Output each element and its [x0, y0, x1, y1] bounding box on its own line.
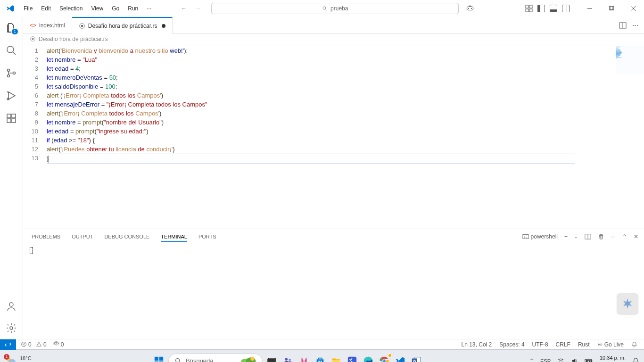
panel-tab-problems[interactable]: PROBLEMS: [32, 232, 60, 241]
svg-point-41: [599, 344, 601, 345]
edge-icon[interactable]: [362, 354, 375, 362]
tray-volume-icon[interactable]: [571, 357, 578, 362]
todoist-icon[interactable]: [346, 354, 359, 362]
layout-customize-icon[interactable]: [525, 5, 533, 12]
source-control-icon[interactable]: [5, 67, 17, 79]
toggle-panel-icon[interactable]: [550, 5, 557, 12]
panel-tab-ports[interactable]: PORTS: [198, 232, 216, 241]
split-terminal-icon[interactable]: [585, 233, 591, 240]
svg-rect-11: [610, 6, 614, 10]
breadcrumb[interactable]: Desafio hora de prácticar.rs: [23, 34, 644, 44]
rust-file-icon: [79, 23, 85, 29]
teams-icon[interactable]: [281, 354, 295, 362]
panel-tab-debug-console[interactable]: DEBUG CONSOLE: [104, 232, 149, 241]
weather-temp: 18°C: [20, 355, 46, 361]
tray-battery-icon[interactable]: [585, 358, 593, 362]
toggle-sidebar-left-icon[interactable]: [537, 5, 545, 12]
tray-chevron-icon[interactable]: ⌃: [529, 358, 534, 362]
bottom-panel: PROBLEMS OUTPUT DEBUG CONSOLE TERMINAL P…: [23, 229, 644, 339]
status-problems[interactable]: 0 0: [21, 341, 47, 348]
svg-rect-23: [12, 114, 16, 118]
menu-edit[interactable]: Edit: [37, 3, 55, 14]
status-spaces[interactable]: Spaces: 4: [499, 341, 524, 348]
word-icon[interactable]: W: [410, 354, 423, 362]
svg-point-19: [7, 98, 9, 100]
status-notifications-icon[interactable]: [631, 341, 637, 347]
menu-run[interactable]: Run: [124, 3, 142, 14]
svg-rect-20: [7, 114, 11, 118]
tray-notifications-icon[interactable]: [632, 357, 639, 362]
task-view-icon[interactable]: [265, 354, 279, 362]
settings-gear-icon[interactable]: [5, 322, 17, 334]
command-center-search[interactable]: prueba: [211, 3, 459, 14]
code-content[interactable]: alert('Bienvenida y bienvenido a nuestro…: [47, 44, 644, 229]
new-terminal-icon[interactable]: +: [564, 233, 568, 240]
terminal[interactable]: [23, 244, 644, 339]
search-text: prueba: [330, 5, 348, 12]
svg-point-52: [250, 356, 255, 361]
toggle-sidebar-right-icon[interactable]: [562, 5, 570, 12]
tray-clock[interactable]: 10:34 p. m. 1/02/2025: [600, 355, 626, 362]
extensions-icon[interactable]: [5, 112, 17, 124]
kill-terminal-icon[interactable]: [598, 233, 604, 240]
menu-more-icon[interactable]: ···: [143, 3, 155, 14]
status-language[interactable]: Rust: [578, 341, 590, 348]
menu-view[interactable]: View: [87, 3, 107, 14]
panel-tab-terminal[interactable]: TERMINAL: [161, 232, 187, 242]
window-minimize-icon[interactable]: [579, 0, 601, 17]
taskbar-search-placeholder: Búsqueda: [186, 357, 214, 362]
svg-point-17: [8, 75, 10, 77]
window-close-icon[interactable]: [622, 0, 644, 17]
svg-line-15: [13, 52, 16, 55]
copilot-icon[interactable]: [466, 4, 475, 13]
more-actions-icon[interactable]: ···: [632, 21, 638, 30]
status-go-live[interactable]: Go Live: [597, 341, 624, 348]
svg-rect-54: [268, 359, 275, 362]
tab-index-html[interactable]: <> index.html: [23, 17, 72, 33]
nav-forward-icon[interactable]: →: [195, 5, 201, 12]
nav-back-icon[interactable]: ←: [181, 5, 187, 12]
editor-tabs: <> index.html Desafio hora de prácticar.…: [23, 17, 644, 34]
svg-rect-44: [155, 356, 158, 360]
window-maximize-icon[interactable]: [601, 0, 622, 17]
taskbar-search[interactable]: Búsqueda: [168, 354, 263, 362]
explorer-icon[interactable]: 1: [5, 22, 17, 34]
start-button-icon[interactable]: [152, 354, 165, 362]
status-eol[interactable]: CRLF: [556, 341, 570, 348]
terminal-shell-selector[interactable]: powershell: [522, 233, 558, 240]
chrome-icon[interactable]: [378, 354, 391, 362]
tray-language[interactable]: ESP: [540, 358, 551, 362]
minimap[interactable]: ▬▬▬▬▬▬▬▬▬▬▬▬▬▬▬▬▬▬▬▬▬▬▬▬▬▬▬▬▬▬▬▬▬▬▬▬▬▬▬▬…: [616, 46, 644, 74]
file-explorer-icon[interactable]: [330, 354, 343, 362]
tab-desafio-rs[interactable]: Desafio hora de prácticar.rs: [72, 17, 173, 34]
run-debug-icon[interactable]: [5, 90, 17, 102]
panel-close-icon[interactable]: ✕: [634, 233, 638, 240]
code-editor[interactable]: 12345678910111213 alert('Bienvenida y bi…: [23, 44, 644, 229]
menu-go[interactable]: Go: [108, 3, 123, 14]
panel-more-icon[interactable]: ···: [611, 233, 616, 240]
panel-maximize-icon[interactable]: ⌃: [622, 233, 627, 240]
weather-widget[interactable]: 1 18°CChubascos: [5, 355, 46, 362]
terminal-dropdown-icon[interactable]: ⌄: [574, 234, 578, 239]
search-icon[interactable]: [5, 44, 17, 57]
menu-file[interactable]: File: [20, 3, 36, 14]
status-ports[interactable]: 0: [53, 341, 64, 348]
copilot-floating-icon[interactable]: [617, 293, 638, 314]
line-numbers: 12345678910111213: [23, 44, 47, 229]
microsoft-store-icon[interactable]: [314, 354, 327, 362]
remote-indicator-icon[interactable]: [0, 339, 16, 350]
tab-label: Desafio hora de prácticar.rs: [88, 23, 157, 29]
status-cursor-pos[interactable]: Ln 13, Col 2: [462, 341, 492, 348]
panel-tab-output[interactable]: OUTPUT: [72, 232, 93, 241]
svg-point-31: [32, 38, 33, 40]
split-editor-icon[interactable]: [619, 22, 627, 29]
status-encoding[interactable]: UTF-8: [532, 341, 548, 348]
copilot-taskbar-icon[interactable]: [297, 354, 311, 362]
vscode-taskbar-icon[interactable]: [394, 354, 407, 362]
menu-selection[interactable]: Selection: [56, 3, 86, 14]
tray-wifi-icon[interactable]: [557, 357, 564, 362]
svg-point-24: [9, 303, 13, 306]
accounts-icon[interactable]: [5, 300, 17, 313]
unsaved-indicator-icon: [162, 24, 165, 28]
svg-point-14: [7, 46, 14, 53]
